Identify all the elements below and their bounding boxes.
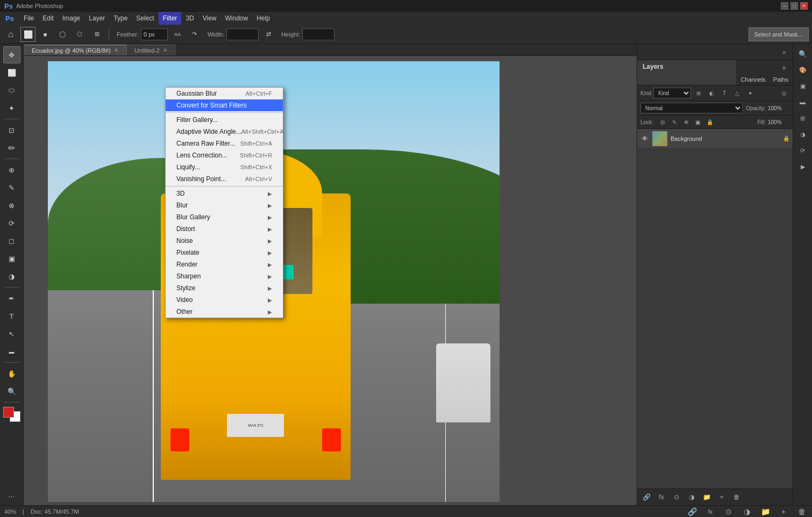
menu-window[interactable]: Window — [221, 12, 253, 25]
add-adjustment-icon[interactable]: ◑ — [686, 491, 697, 503]
filter-pixel-icon[interactable]: ⊞ — [693, 88, 704, 98]
tool-marquee-rect[interactable]: ⬜ — [3, 64, 20, 81]
restore-button[interactable]: □ — [790, 2, 798, 10]
toolbar-swap-btn[interactable]: ⇄ — [261, 27, 276, 42]
menu-3d[interactable]: 3D — [181, 12, 198, 25]
tool-move[interactable]: ✥ — [3, 46, 20, 63]
filter-smart-icon[interactable]: ✦ — [745, 88, 756, 98]
fill-value[interactable]: 100% — [768, 119, 789, 125]
filter-menu-stylize[interactable]: Stylize ▶ — [166, 282, 283, 294]
menu-filter[interactable]: Filter — [159, 12, 182, 25]
filter-menu-gaussian-blur[interactable]: Gaussian Blur Alt+Ctrl+F — [166, 88, 283, 99]
tool-healing[interactable]: ⊕ — [3, 161, 20, 178]
kind-select[interactable]: Kind — [653, 88, 691, 98]
toolbar-shape-btn3[interactable]: ⬡ — [72, 27, 87, 42]
side-action-icon[interactable]: ▶ — [795, 159, 810, 174]
status-fx-icon[interactable]: fx — [704, 506, 716, 518]
toolbar-anti-alias[interactable]: AA — [170, 27, 185, 42]
tool-extras[interactable]: … — [3, 486, 20, 503]
status-adjust-icon[interactable]: ◑ — [741, 506, 753, 518]
filter-menu-lens-correction[interactable]: Lens Correction... Shift+Ctrl+R — [166, 149, 283, 161]
filter-menu-filter-gallery[interactable]: Filter Gallery... — [166, 114, 283, 126]
paths-tab[interactable]: Paths — [771, 75, 790, 84]
menu-help[interactable]: Help — [252, 12, 274, 25]
menu-type[interactable]: Type — [109, 12, 132, 25]
filter-menu-adaptive-wide[interactable]: Adaptive Wide Angle... Alt+Shift+Ctrl+A — [166, 126, 283, 138]
status-delete-icon[interactable]: 🗑 — [796, 506, 808, 518]
tool-eyedropper[interactable]: ✏ — [3, 139, 20, 156]
minimize-button[interactable]: ─ — [781, 2, 788, 10]
status-folder-icon[interactable]: 📁 — [759, 506, 771, 518]
menu-layer[interactable]: Layer — [84, 12, 109, 25]
filter-shape-icon[interactable]: △ — [732, 88, 743, 98]
layer-item-background[interactable]: 👁 Background 🔒 — [637, 129, 793, 148]
blend-mode-select[interactable]: Normal — [640, 103, 743, 113]
feather-input[interactable] — [141, 28, 168, 40]
filter-menu-distort[interactable]: Distort ▶ — [166, 223, 283, 235]
add-layer-icon[interactable]: + — [716, 491, 728, 503]
filter-type-icon[interactable]: T — [719, 88, 730, 98]
filter-adjustment-icon[interactable]: ◐ — [706, 88, 717, 98]
tool-hand[interactable]: ✋ — [3, 365, 20, 382]
toolbar-home-btn[interactable]: ⌂ — [3, 27, 18, 42]
tool-zoom[interactable]: 🔍 — [3, 383, 20, 400]
filter-menu-sharpen[interactable]: Sharpen ▶ — [166, 270, 283, 282]
filter-menu-noise[interactable]: Noise ▶ — [166, 235, 283, 247]
status-mask-icon[interactable]: ⊙ — [723, 506, 735, 518]
select-mask-button[interactable]: Select and Mask... — [749, 27, 809, 41]
panel-menu-icon[interactable]: ≡ — [778, 61, 790, 74]
tool-history-brush[interactable]: ⟳ — [3, 214, 20, 232]
foreground-color-swatch[interactable] — [3, 407, 14, 418]
filter-menu-convert-smart[interactable]: Convert for Smart Filters — [166, 99, 283, 111]
menu-view[interactable]: View — [198, 12, 221, 25]
filter-menu-blur-gallery[interactable]: Blur Gallery ▶ — [166, 211, 283, 223]
toolbar-shape-btn1[interactable]: ■ — [38, 27, 53, 42]
height-input[interactable] — [302, 28, 334, 40]
status-link-icon[interactable]: 🔗 — [686, 506, 698, 518]
side-color-icon[interactable]: 🎨 — [795, 62, 810, 77]
menu-select[interactable]: Select — [132, 12, 158, 25]
tool-pen[interactable]: ✒ — [3, 290, 20, 307]
lock-artboard-icon[interactable]: ▣ — [693, 117, 703, 127]
tab-untitled[interactable]: Untitled-2 ✕ — [126, 45, 175, 55]
filter-menu-blur[interactable]: Blur ▶ — [166, 199, 283, 211]
channels-tab[interactable]: Channels — [738, 75, 767, 84]
lock-all-icon[interactable]: 🔒 — [705, 117, 715, 127]
tab-ecuador-close[interactable]: ✕ — [114, 47, 118, 53]
tool-type[interactable]: T — [3, 307, 20, 325]
side-patterns-icon[interactable]: ⊞ — [795, 111, 810, 126]
tool-lasso[interactable]: ⬭ — [3, 82, 20, 99]
width-input[interactable] — [226, 28, 259, 40]
filter-menu-camera-raw[interactable]: Camera Raw Filter... Shift+Ctrl+A — [166, 138, 283, 149]
lock-transparent-icon[interactable]: ⊟ — [658, 117, 667, 127]
lock-paint-icon[interactable]: ✎ — [669, 117, 679, 127]
toolbar-arrow-right[interactable]: ↷ — [187, 27, 202, 42]
add-style-icon[interactable]: fx — [656, 491, 667, 503]
toolbar-shape-btn4[interactable]: ⊞ — [89, 27, 104, 42]
link-layers-icon[interactable]: 🔗 — [640, 491, 652, 503]
color-swatches[interactable] — [3, 407, 20, 422]
tool-eraser[interactable]: ◻ — [3, 232, 20, 249]
filter-menu-vanishing-point[interactable]: Vanishing Point... Alt+Ctrl+V — [166, 173, 283, 185]
filter-menu-3d[interactable]: 3D ▶ — [166, 188, 283, 199]
filter-menu-liquify[interactable]: Liquify... Shift+Ctrl+X — [166, 161, 283, 173]
close-button[interactable]: ✕ — [800, 2, 808, 10]
delete-layer-icon[interactable]: 🗑 — [731, 491, 743, 503]
lock-position-icon[interactable]: ✙ — [681, 117, 691, 127]
panel-collapse-icon[interactable]: » — [778, 46, 790, 59]
tool-dodge[interactable]: ◑ — [3, 268, 20, 285]
tool-magic-wand[interactable]: ✦ — [3, 99, 20, 117]
toolbar-shape-btn2[interactable]: ◯ — [55, 27, 70, 42]
status-add-icon[interactable]: + — [778, 506, 789, 518]
layer-visibility-toggle[interactable]: 👁 — [640, 134, 649, 143]
menu-edit[interactable]: Edit — [38, 12, 58, 25]
tool-brush[interactable]: ✎ — [3, 179, 20, 196]
tool-shape[interactable]: ▬ — [3, 343, 20, 360]
filter-menu-render[interactable]: Render ▶ — [166, 258, 283, 270]
filter-menu-other[interactable]: Other ▶ — [166, 306, 283, 318]
tool-clone-stamp[interactable]: ⊗ — [3, 197, 20, 214]
tab-ecuador[interactable]: Ecuador.jpg @ 40% (RGB/8#) ✕ — [24, 45, 126, 55]
side-swatches-icon[interactable]: ▣ — [795, 78, 810, 94]
menu-file[interactable]: File — [19, 12, 38, 25]
side-search-icon[interactable]: 🔍 — [795, 46, 810, 61]
